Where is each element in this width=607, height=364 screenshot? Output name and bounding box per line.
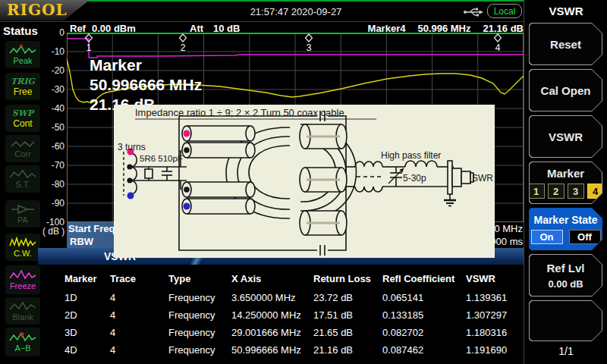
marker-4-box[interactable]: 4 (587, 184, 604, 199)
y-tick: -60 (39, 141, 64, 152)
corr-icon (8, 139, 37, 149)
marker-diamond (180, 34, 187, 42)
marker-diamond (495, 34, 502, 42)
start-freq-label: Start Freq (68, 223, 115, 234)
cw-waveform-icon (8, 237, 37, 248)
status-tile-trig[interactable]: TRIG Free (5, 73, 40, 100)
status-tile-label: S.T. (16, 180, 30, 189)
local-mode-badge: Local (487, 4, 522, 18)
status-tile-label: Corr (14, 149, 30, 158)
peak-waveform-icon (8, 44, 37, 55)
blue-terminal-dot (127, 193, 134, 199)
usb-icon (463, 6, 484, 21)
topbar-separator (0, 21, 524, 22)
marker-1-box[interactable]: 1 (528, 184, 545, 199)
col-return-loss: Return Loss (313, 273, 382, 284)
table-row: 3D4Frequency29.001666 MHz21.65 dB0.08270… (47, 324, 524, 341)
y-tick: -70 (39, 160, 64, 171)
marker-block-title: Marker (90, 55, 202, 75)
swr-label: SWR (472, 173, 493, 184)
turns-label: 3 turns (118, 142, 146, 152)
ref-lvl-button[interactable]: Ref Lvl 0.00 dB (529, 254, 602, 297)
menu-page-indicator: 1/1 (524, 345, 607, 357)
cal-open-button[interactable]: Cal Open (529, 69, 602, 111)
y-tick: -10 (39, 46, 64, 57)
a-minus-b-icon (8, 331, 37, 343)
preamp-icon (8, 204, 37, 215)
rc-label: 5R6 510pF (140, 154, 183, 163)
status-tile-label: PA (17, 215, 28, 224)
col-trace: Trace (110, 273, 168, 284)
reset-button[interactable]: Reset (529, 23, 602, 65)
vswr-button[interactable]: VSWR (529, 115, 602, 158)
table-row: 2D4Frequency14.250000 MHz17.51 dB0.13318… (47, 306, 524, 324)
col-refl-coefficient: Refl Coefficient (382, 273, 466, 284)
status-tile-a-minus-b[interactable]: A−B (5, 328, 40, 356)
y-tick: -80 (39, 179, 64, 190)
marker-diamond (306, 34, 313, 42)
marker-number: 4 (495, 42, 501, 53)
trig-value: Free (14, 87, 33, 96)
col-x-axis: X Axis (231, 273, 313, 284)
circuit-diagram-overlay: Impedance ratio 1 ÷ 9; 2 × 2 Turn 50 coa… (114, 105, 495, 258)
y-tick: -40 (39, 103, 64, 114)
trig-tag: TRIG (11, 77, 35, 86)
sweep-time-icon (8, 169, 37, 179)
ref-lvl-value: 0.00 dB (548, 278, 583, 290)
softkey-sidebar: VSWR Reset Cal Open VSWR Marker 1 2 3 4 … (524, 0, 607, 364)
col-vswr: VSWR (466, 273, 524, 284)
marker-state-label: Marker State (533, 214, 597, 226)
menu-title: VSWR (524, 5, 607, 17)
y-tick: -50 (39, 122, 64, 133)
marker-block-freq: 50.996666 MHz (90, 75, 202, 95)
ref-lvl-label: Ref Lvl (546, 262, 584, 275)
status-tile-swp[interactable]: SWP Cont (5, 105, 40, 132)
col-type: Type (168, 273, 231, 284)
y-tick: 0 (39, 27, 64, 38)
status-header: Status (3, 24, 38, 37)
filter-label: High pass filter (381, 150, 441, 161)
status-tile-freeze[interactable]: Freeze (5, 265, 40, 294)
marker-state-button[interactable]: Marker State On Off (529, 208, 602, 250)
y-tick: -30 (39, 84, 64, 95)
status-tile-label: Peak (13, 56, 32, 65)
blank-waveform-icon (8, 301, 37, 312)
table-row: 1D4Frequency3.650000 MHz23.72 dB0.065141… (47, 289, 524, 306)
status-tile-label: Blank (12, 312, 33, 322)
status-tile-label: C.W. (14, 249, 32, 258)
status-tile-pa[interactable]: PA (5, 200, 40, 228)
marker-select-button[interactable]: Marker 1 2 3 4 (529, 162, 602, 204)
table-row: 4D4Frequency50.996666 MHz21.16 dB0.08746… (47, 341, 524, 359)
marker-table: Marker Trace Type X Axis Return Loss Ref… (47, 267, 524, 359)
swp-value: Cont (13, 119, 32, 128)
status-tile-peak[interactable]: Peak (5, 41, 40, 68)
status-tile-label: A−B (14, 344, 30, 353)
clock-timestamp: 21:57:47 2020-09-27 (228, 6, 364, 17)
y-tick: -90 (39, 198, 64, 209)
cap-label: 5-30p (403, 173, 426, 184)
empty-softkey-button[interactable] (529, 300, 602, 341)
marker-3-box[interactable]: 3 (568, 184, 584, 199)
marker-table-header: Marker Trace Type X Axis Return Loss Ref… (47, 270, 524, 287)
y-tick: -20 (39, 65, 64, 76)
marker-select-label: Marker (547, 167, 584, 180)
status-tile-st[interactable]: S.T. (5, 165, 40, 193)
freeze-waveform-icon (8, 269, 37, 281)
status-tile-cw[interactable]: C.W. (5, 234, 40, 261)
status-tile-blank[interactable]: Blank (5, 297, 40, 325)
circuit-diagram: Impedance ratio 1 ÷ 9; 2 × 2 Turn 50 coa… (114, 105, 495, 258)
marker-state-off[interactable]: Off (569, 230, 601, 244)
marker-state-on[interactable]: On (531, 230, 563, 244)
brand-logo: RIGOL (7, 1, 68, 19)
analyzer-screen: RIGOL 21:57:47 2020-09-27 Local Status P… (0, 0, 607, 364)
marker-number: 3 (307, 42, 312, 53)
marker-number: 1 (86, 42, 92, 53)
marker-number: 2 (181, 42, 186, 53)
marker-2-box[interactable]: 2 (548, 184, 565, 199)
overlay-title: Impedance ratio 1 ÷ 9; 2 × 2 Turn 50 coa… (135, 107, 344, 118)
col-marker: Marker (64, 273, 110, 284)
y-axis-unit: ( dB ) (42, 226, 64, 237)
sweep-time-fragment: 000 ms (490, 236, 523, 247)
status-tile-corr[interactable]: Corr (5, 135, 40, 162)
status-tile-label: Freeze (10, 281, 36, 290)
